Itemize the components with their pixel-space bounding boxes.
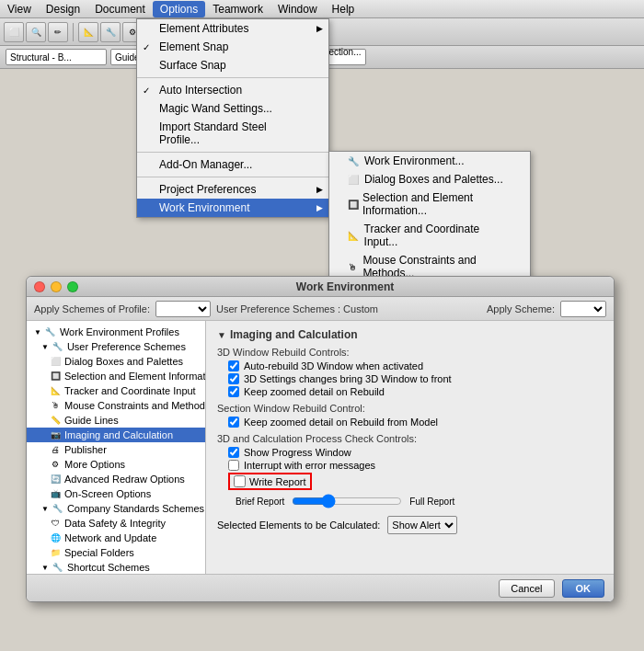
- tree-company-standards[interactable]: ▼ 🔧 Company Standards Schemes: [27, 501, 205, 516]
- minimize-button[interactable]: [51, 281, 62, 292]
- tree-tracker[interactable]: 📐 Tracker and Coordinate Input: [27, 383, 205, 398]
- menu-design[interactable]: Design: [39, 1, 87, 17]
- tree-work-env-profiles[interactable]: ▼ 🔧 Work Environment Profiles: [27, 325, 205, 339]
- menu-help[interactable]: Help: [325, 1, 362, 17]
- toolbar-btn-4[interactable]: 📐: [78, 22, 98, 42]
- check-keep-zoomed-rebuild[interactable]: [228, 386, 239, 397]
- icon-publisher: 🖨: [49, 443, 62, 456]
- slider-left-label: Brief Report: [236, 497, 284, 507]
- icon-work-profiles: 🔧: [44, 326, 57, 338]
- menu-magic-wand[interactable]: Magic Wand Settings...: [137, 99, 328, 118]
- label-advanced-redraw: Advanced Redraw Options: [64, 474, 185, 485]
- section-title: Imaging and Calculation: [230, 328, 358, 341]
- tree-special-folders[interactable]: 📁 Special Folders: [27, 545, 205, 560]
- icon-more-options: ⚙: [49, 458, 62, 471]
- label-mouse: Mouse Constraints and Methods: [64, 400, 205, 411]
- sep-1: [137, 77, 328, 78]
- user-pref-label: User Preference Schemes : Custom: [216, 303, 481, 314]
- toolbar-btn-5[interactable]: 🔧: [100, 22, 121, 42]
- ok-button[interactable]: OK: [562, 579, 605, 598]
- tree-more-options[interactable]: ⚙ More Options: [27, 457, 205, 472]
- label-work-env-profiles: Work Environment Profiles: [60, 326, 179, 337]
- tree-guide-lines[interactable]: 📏 Guide Lines: [27, 413, 205, 428]
- toolbar-btn-3[interactable]: ✏: [48, 22, 68, 42]
- menu-element-snap[interactable]: ✓ Element Snap: [137, 38, 328, 56]
- tree-mouse-constraints[interactable]: 🖱 Mouse Constraints and Methods: [27, 398, 205, 413]
- tree-network[interactable]: 🌐 Network and Update: [27, 531, 205, 545]
- check-auto-rebuild[interactable]: [228, 360, 239, 371]
- sep-2: [137, 152, 328, 153]
- menu-options[interactable]: Options: [153, 1, 205, 17]
- icon-imaging: 📷: [49, 428, 62, 441]
- tree-on-screen[interactable]: 📺 On-Screen Options: [27, 486, 205, 501]
- report-slider[interactable]: [292, 494, 402, 508]
- close-button[interactable]: [34, 281, 45, 292]
- menu-auto-intersection[interactable]: ✓ Auto Intersection: [137, 81, 328, 99]
- submenu-selection[interactable]: 🔲 Selection and Element Information...: [329, 188, 530, 220]
- tree-selection-info[interactable]: 🔲 Selection and Element Informatio: [27, 369, 205, 383]
- section-rebuild-label: Section Window Rebuild Control:: [217, 403, 603, 414]
- label-data-safety: Data Safety & Integrity: [64, 518, 166, 529]
- label-network: Network and Update: [64, 532, 156, 543]
- check-show-progress[interactable]: [228, 447, 239, 458]
- selected-elements-label: Selected Elements to be Calculated:: [217, 520, 380, 531]
- menu-teamwork[interactable]: Teamwork: [205, 1, 270, 17]
- tree-data-safety[interactable]: 🛡 Data Safety & Integrity: [27, 516, 205, 531]
- work-environment-dialog: Work Environment Apply Schemes of Profil…: [26, 276, 615, 602]
- label-special-folders: Special Folders: [64, 547, 134, 558]
- tracker-icon: 📐: [348, 231, 361, 241]
- menu-addon-manager[interactable]: Add-On Manager...: [137, 155, 328, 174]
- toolbar-btn-1[interactable]: ⬜: [4, 22, 24, 42]
- checkbox-interrupt-errors: Interrupt with error messages: [228, 460, 603, 471]
- calc-label: 3D and Calculation Process Check Control…: [217, 433, 603, 444]
- maximize-button[interactable]: [67, 281, 78, 292]
- label-auto-rebuild: Auto-rebuild 3D Window when activated: [244, 360, 423, 371]
- menu-view[interactable]: View: [0, 1, 39, 17]
- tree-user-pref-schemes[interactable]: ▼ 🔧 User Preference Schemes: [27, 339, 205, 354]
- selected-elements-select[interactable]: Show Alert: [387, 516, 457, 534]
- label-imaging: Imaging and Calculation: [64, 429, 173, 440]
- menu-window[interactable]: Window: [270, 1, 325, 17]
- submenu-dialog-boxes[interactable]: ⬜ Dialog Boxes and Palettes...: [329, 170, 530, 188]
- tree-publisher[interactable]: 🖨 Publisher: [27, 442, 205, 457]
- arrow-user-pref: ▼: [41, 343, 49, 351]
- icon-company: 🔧: [52, 502, 64, 515]
- selection-icon: 🔲: [348, 200, 359, 210]
- submenu-tracker[interactable]: 📐 Tracker and Coordinate Input...: [329, 220, 530, 251]
- icon-on-screen: 📺: [49, 487, 62, 500]
- menu-import-steel[interactable]: Import Standard Steel Profile...: [137, 118, 328, 149]
- dialog-titlebar: Work Environment: [27, 277, 614, 297]
- structural-combo[interactable]: Structural - B...: [6, 49, 107, 65]
- cancel-button[interactable]: Cancel: [499, 579, 554, 598]
- icon-dialog-boxes: ⬜: [49, 355, 62, 368]
- menu-project-prefs[interactable]: Project Preferences: [137, 180, 328, 199]
- check-keep-zoomed-model[interactable]: [228, 417, 239, 428]
- submenu-work-environment-item[interactable]: 🔧 Work Environment...: [329, 152, 530, 170]
- tree-advanced-redraw[interactable]: 🔄 Advanced Redraw Options: [27, 472, 205, 486]
- menu-surface-snap[interactable]: Surface Snap: [137, 56, 328, 74]
- check-3d-settings[interactable]: [228, 373, 239, 384]
- write-report-row: Write Report: [228, 473, 603, 490]
- checkbox-show-progress: Show Progress Window: [228, 447, 603, 458]
- menu-document[interactable]: Document: [87, 1, 153, 17]
- check-write-report[interactable]: [234, 475, 246, 487]
- mouse-icon: 🖱: [348, 262, 359, 272]
- label-tracker: Tracker and Coordinate Input: [64, 385, 196, 396]
- icon-mouse: 🖱: [49, 399, 62, 412]
- menu-work-environment[interactable]: Work Environment: [137, 199, 328, 217]
- check-interrupt-errors[interactable]: [228, 460, 239, 471]
- menu-element-attributes[interactable]: Element Attributes: [137, 19, 328, 38]
- tree-imaging[interactable]: 📷 Imaging and Calculation: [27, 428, 205, 442]
- label-selection-info: Selection and Element Informatio: [64, 371, 205, 382]
- apply-scheme-select[interactable]: [560, 301, 606, 317]
- rebuild-3d-label: 3D Window Rebuild Controls:: [217, 347, 603, 358]
- check-auto-intersection: ✓: [143, 86, 154, 96]
- tree-panel: ▼ 🔧 Work Environment Profiles ▼ 🔧 User P…: [27, 321, 206, 576]
- schemes-select[interactable]: [155, 301, 211, 317]
- toolbar-btn-2[interactable]: 🔍: [26, 22, 46, 42]
- label-keep-zoomed-rebuild: Keep zoomed detail on Rebuild: [244, 386, 385, 397]
- tree-dialog-boxes[interactable]: ⬜ Dialog Boxes and Palettes: [27, 354, 205, 369]
- dialog-boxes-icon: ⬜: [348, 175, 361, 185]
- label-show-progress: Show Progress Window: [244, 447, 351, 458]
- tree-shortcut-schemes[interactable]: ▼ 🔧 Shortcut Schemes: [27, 560, 205, 575]
